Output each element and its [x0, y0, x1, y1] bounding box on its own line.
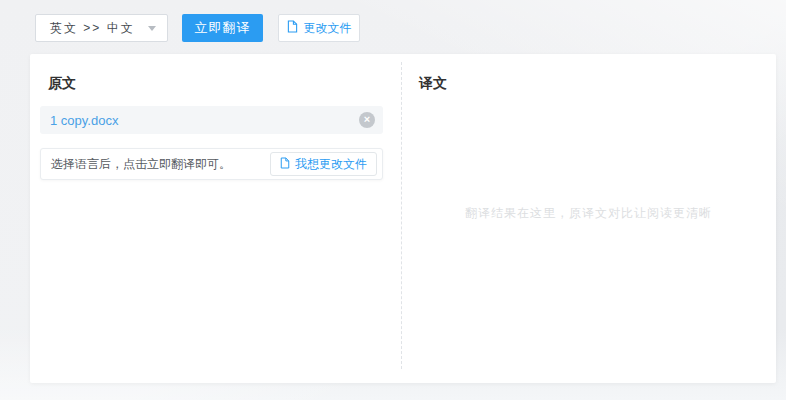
language-pair-select[interactable]: 英文 >> 中文 [35, 14, 168, 42]
translate-now-button[interactable]: 立即翻译 [182, 14, 263, 42]
target-panel-title: 译文 [419, 75, 776, 93]
uploaded-file-name[interactable]: 1 copy.docx [50, 113, 118, 128]
chevron-down-icon [148, 26, 156, 31]
document-icon [280, 157, 290, 172]
source-panel: 原文 1 copy.docx × 选择语言后，点击立即翻译即可。 我想更改文件 [30, 54, 401, 383]
translation-card: 原文 1 copy.docx × 选择语言后，点击立即翻译即可。 我想更改文件 … [30, 54, 776, 383]
uploaded-file-row: 1 copy.docx × [40, 106, 383, 134]
language-pair-value: 英文 >> 中文 [50, 20, 135, 37]
change-file-button[interactable]: 更改文件 [278, 14, 360, 42]
change-file-inline-label: 我想更改文件 [295, 156, 367, 173]
hint-text: 选择语言后，点击立即翻译即可。 [51, 156, 231, 173]
translation-placeholder: 翻译结果在这里，原译文对比让阅读更清晰 [401, 205, 776, 222]
remove-file-icon[interactable]: × [359, 112, 375, 128]
source-panel-title: 原文 [48, 75, 401, 93]
hint-row: 选择语言后，点击立即翻译即可。 我想更改文件 [40, 148, 383, 180]
target-panel: 译文 翻译结果在这里，原译文对比让阅读更清晰 [401, 54, 776, 383]
change-file-label: 更改文件 [304, 20, 352, 37]
document-icon [287, 20, 298, 36]
change-file-inline-button[interactable]: 我想更改文件 [270, 152, 377, 176]
